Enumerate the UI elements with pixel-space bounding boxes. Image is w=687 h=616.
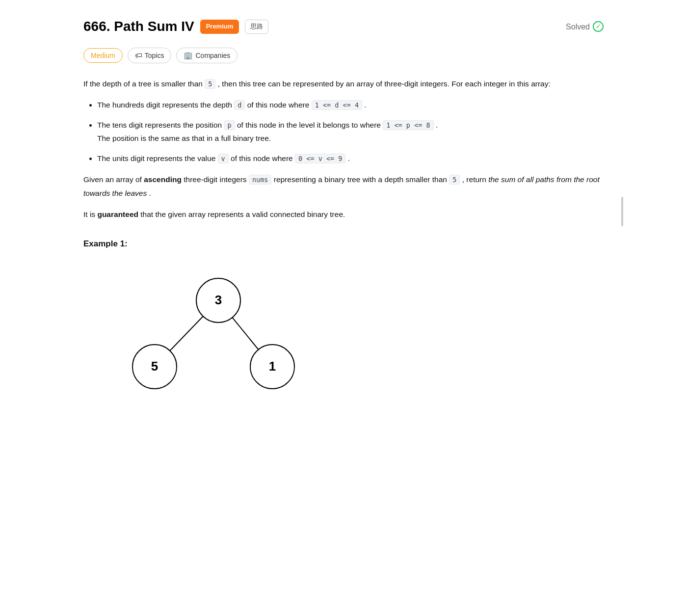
code-5-given: 5 [449, 175, 460, 185]
code-range-p: 1 <= p <= 8 [383, 120, 433, 130]
companies-tag[interactable]: 🏢 Companies [176, 48, 238, 63]
code-p: p [224, 120, 235, 130]
node-left-label: 5 [151, 359, 158, 374]
code-5-intro: 5 [205, 79, 215, 89]
given-paragraph: Given an array of ascending three-digit … [83, 173, 604, 199]
page-container: 666. Path Sum IV Premium 思路 Solved ✓ Med… [64, 0, 623, 423]
code-v: v [218, 154, 229, 163]
topics-tag[interactable]: 🏷 Topics [128, 48, 172, 63]
code-nums: nums [249, 175, 272, 185]
node-right-label: 1 [269, 359, 276, 374]
code-range-v: 0 <= v <= 9 [295, 154, 345, 163]
code-range-d: 1 <= d <= 4 [312, 100, 362, 110]
list-item-tens: The tens digit represents the position p… [97, 118, 604, 145]
code-d: d [234, 100, 245, 110]
difficulty-tag[interactable]: Medium [83, 48, 123, 63]
bold-ascending: ascending [144, 175, 182, 184]
scrollbar[interactable] [621, 197, 623, 226]
header-row: 666. Path Sum IV Premium 思路 Solved ✓ [83, 16, 604, 38]
title-area: 666. Path Sum IV Premium 思路 [83, 16, 268, 38]
description: If the depth of a tree is smaller than 5… [83, 77, 604, 403]
tree-diagram: 3 5 1 [83, 261, 604, 403]
bold-guaranteed: guaranteed [97, 210, 138, 218]
list-item-units: The units digit represents the value v o… [97, 152, 604, 165]
tree-svg: 3 5 1 [113, 261, 324, 403]
tags-row: Medium 🏷 Topics 🏢 Companies [83, 48, 604, 63]
problem-title: 666. Path Sum IV [83, 16, 194, 38]
example1-title: Example 1: [83, 237, 604, 251]
silu-badge[interactable]: 思路 [245, 20, 268, 34]
companies-icon: 🏢 [184, 50, 193, 61]
intro-paragraph: If the depth of a tree is smaller than 5… [83, 77, 604, 90]
solved-label: Solved [566, 21, 590, 33]
solved-badge: Solved ✓ [566, 21, 604, 33]
tag-icon: 🏷 [135, 50, 142, 61]
description-list: The hundreds digit represents the depth … [97, 98, 604, 165]
node-root-label: 3 [215, 293, 222, 307]
guaranteed-paragraph: It is guaranteed that the given array re… [83, 208, 604, 221]
premium-badge[interactable]: Premium [200, 20, 239, 34]
solved-check-icon: ✓ [593, 21, 604, 32]
list-item-hundreds: The hundreds digit represents the depth … [97, 98, 604, 111]
